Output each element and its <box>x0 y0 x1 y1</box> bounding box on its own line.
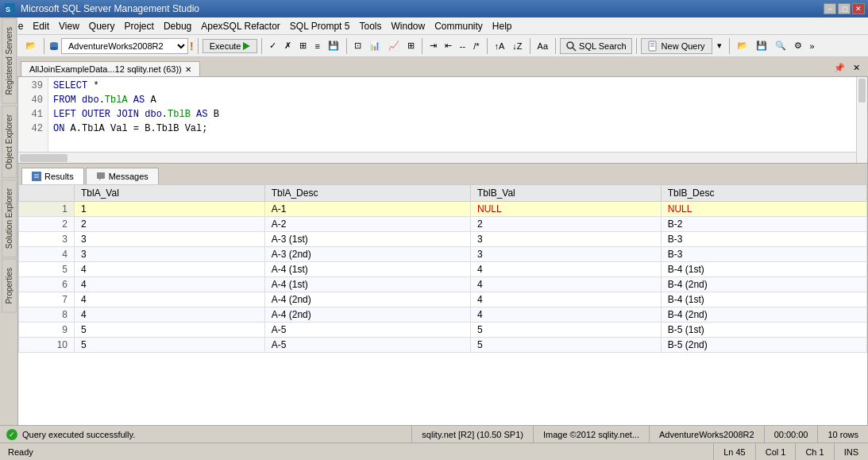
new-query-dropdown[interactable]: ▾ <box>714 39 725 52</box>
menu-apexsql[interactable]: ApexSQL Refactor <box>196 19 285 33</box>
table-cell: 5 <box>470 323 661 338</box>
result-tbody: 11A-1NULLNULL22A-22B-233A-3 (1st)3B-343A… <box>19 202 867 353</box>
results-grid-btn[interactable]: ⊞ <box>296 39 310 52</box>
result-content[interactable]: TblA_Val TblA_Desc TblB_Val TblB_Desc 11… <box>18 184 867 442</box>
io-stats-btn[interactable]: ⊞ <box>404 39 418 52</box>
comment-btn[interactable]: -- <box>457 40 469 52</box>
query-editor-tab[interactable]: AllJoinExampleData...12 sqlity.net (63))… <box>21 61 200 76</box>
table-cell: A-4 (1st) <box>264 277 470 292</box>
menu-query[interactable]: Query <box>84 19 120 33</box>
code-content[interactable]: SELECT * FROM dbo.TblA AS A LEFT OUTER J… <box>48 77 856 152</box>
properties-tab[interactable]: Properties <box>2 259 17 313</box>
status-server: sqlity.net [R2] (10.50 SP1) <box>411 426 533 443</box>
status-bar: ✓ Query executed successfully. sqlity.ne… <box>0 425 868 443</box>
results-text-btn[interactable]: ≡ <box>311 40 322 52</box>
row-number-cell: 4 <box>19 247 75 262</box>
show-results-btn[interactable]: ⊡ <box>351 39 365 52</box>
outdent-btn[interactable]: ⇤ <box>442 39 455 52</box>
menu-tools[interactable]: Tools <box>354 19 386 33</box>
table-cell: B-4 (2nd) <box>661 307 866 323</box>
sep9 <box>636 38 637 54</box>
analyze-btn[interactable]: 🔍 <box>772 39 789 52</box>
sep6 <box>487 38 488 54</box>
row-number-cell: 5 <box>19 262 75 277</box>
cancel-btn[interactable]: ✗ <box>281 39 295 52</box>
sql-search-button[interactable]: SQL Search <box>560 38 632 54</box>
restore-button[interactable]: ◻ <box>838 3 851 14</box>
table-cell: 3 <box>75 232 265 247</box>
row-number-cell: 7 <box>19 292 75 307</box>
toolbar-open-btn[interactable]: 📂 <box>22 39 40 52</box>
svg-rect-10 <box>32 172 41 181</box>
settings-btn[interactable]: ⚙ <box>791 39 805 52</box>
table-row: 64A-4 (1st)4B-4 (2nd) <box>19 277 867 292</box>
font-size-btn[interactable]: Aa <box>534 40 551 52</box>
table-cell: A-5 <box>264 338 470 353</box>
indent-btn[interactable]: ⇥ <box>426 39 440 52</box>
sep7 <box>530 38 530 54</box>
database-combo[interactable]: AdventureWorks2008R2 <box>61 38 188 54</box>
sort-desc-btn[interactable]: ↓Z <box>509 40 525 52</box>
client-stats-btn[interactable]: 📈 <box>385 39 403 52</box>
solution-explorer-tab[interactable]: Solution Explorer <box>2 180 17 257</box>
registered-servers-tab[interactable]: Registered Servers <box>2 18 17 104</box>
table-cell: 5 <box>75 323 265 338</box>
table-cell: 4 <box>75 292 265 307</box>
row-number-cell: 1 <box>19 202 75 217</box>
messages-tab-icon <box>96 172 106 181</box>
menu-project[interactable]: Project <box>120 19 159 33</box>
show-plan-btn[interactable]: 📊 <box>366 39 384 52</box>
sql-editor[interactable]: 39 40 41 42 SELECT * FROM dbo.TblA AS A … <box>17 76 868 164</box>
new-query-button[interactable]: New Query <box>641 38 712 54</box>
table-cell: B-3 <box>661 232 866 247</box>
menu-sqlprompt[interactable]: SQL Prompt 5 <box>285 19 355 33</box>
sort-asc-btn[interactable]: ↑A <box>492 40 508 52</box>
editor-tab-close-icon[interactable]: ✕ <box>185 65 191 74</box>
table-cell: B-5 (2nd) <box>661 338 866 353</box>
menu-view[interactable]: View <box>54 19 84 33</box>
menu-debug[interactable]: Debug <box>159 19 196 33</box>
table-cell: 4 <box>470 307 661 323</box>
table-row: 54A-4 (1st)4B-4 (1st) <box>19 262 867 277</box>
table-cell: A-2 <box>264 217 470 232</box>
menu-window[interactable]: Window <box>386 19 430 33</box>
new-query-icon <box>648 41 659 52</box>
status-success-icon: ✓ <box>6 429 17 440</box>
table-cell: NULL <box>661 202 866 217</box>
table-cell: 4 <box>470 277 661 292</box>
messages-tab[interactable]: Messages <box>86 168 159 184</box>
menu-help[interactable]: Help <box>488 19 517 33</box>
col-indicator: Col 1 <box>755 443 796 460</box>
open-file-btn[interactable]: 📂 <box>734 39 751 52</box>
editor-pin-btn[interactable]: 📌 <box>831 61 848 75</box>
object-explorer-tab[interactable]: Object Explorer <box>2 106 17 178</box>
uncomment-btn[interactable]: /* <box>470 40 482 52</box>
table-cell: 3 <box>470 247 661 262</box>
svg-line-6 <box>573 48 576 51</box>
execute-button[interactable]: Execute <box>203 39 258 53</box>
editor-vscrollbar[interactable] <box>856 77 867 163</box>
save-btn[interactable]: 💾 <box>753 39 770 52</box>
table-cell: 4 <box>75 307 265 323</box>
table-row: 105A-55B-5 (2nd) <box>19 338 867 353</box>
table-cell: B-3 <box>661 247 866 262</box>
parse-btn[interactable]: ✓ <box>266 39 280 52</box>
toolbar-1: 📄 📂 AdventureWorks2008R2 ! Execute ✓ ✗ ⊞… <box>0 35 868 57</box>
menu-edit[interactable]: Edit <box>28 19 54 33</box>
code-line-41: LEFT OUTER JOIN dbo.TblB AS B <box>53 107 851 122</box>
overflow-btn[interactable]: » <box>807 40 818 52</box>
ready-bar: Ready Ln 45 Col 1 Ch 1 INS <box>0 443 868 460</box>
editor-close-panel-btn[interactable]: ✕ <box>850 61 863 75</box>
results-tab[interactable]: Results <box>21 168 84 184</box>
minimize-button[interactable]: – <box>824 3 836 14</box>
editor-hscrollbar[interactable] <box>18 152 856 163</box>
menu-community[interactable]: Community <box>430 19 488 33</box>
table-cell: 4 <box>75 262 265 277</box>
ready-label: Ready <box>0 447 41 457</box>
left-side-tabs: Registered Servers Object Explorer Solut… <box>0 17 17 407</box>
sep1 <box>44 38 44 54</box>
window-controls: – ◻ ✕ <box>824 3 865 14</box>
results-table: TblA_Val TblA_Desc TblB_Val TblB_Desc 11… <box>18 184 867 353</box>
close-button[interactable]: ✕ <box>852 3 865 14</box>
results-file-btn[interactable]: 💾 <box>325 39 342 52</box>
